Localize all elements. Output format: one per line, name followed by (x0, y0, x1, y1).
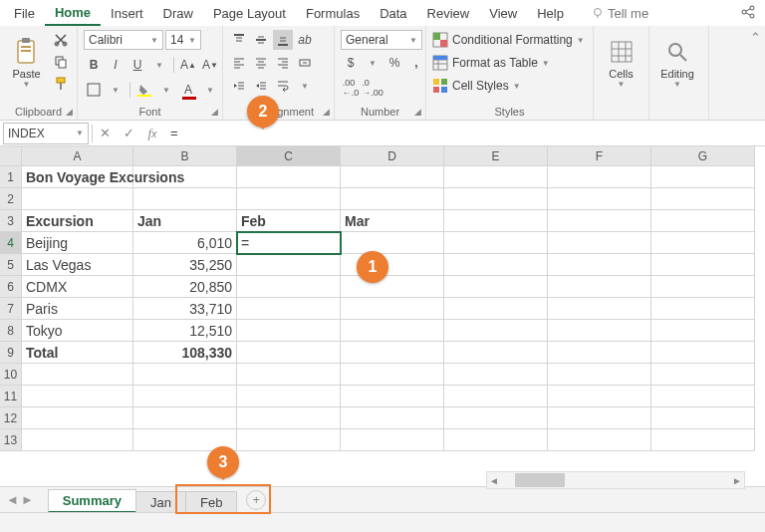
alignment-dialog-launcher[interactable]: ◢ (320, 106, 332, 118)
cancel-formula-button[interactable]: ✕ (93, 123, 117, 144)
cell-A11[interactable] (22, 386, 133, 407)
cell-G1[interactable] (651, 166, 755, 188)
borders-dropdown[interactable]: ▼ (106, 80, 126, 100)
font-size-combo[interactable]: 14▼ (165, 30, 201, 50)
cell-A1[interactable]: Bon Voyage Excursions (22, 166, 133, 188)
cell-F5[interactable] (548, 254, 651, 276)
spreadsheet-grid[interactable]: ABCDEFG 1Bon Voyage Excursions23Excursio… (0, 146, 765, 451)
percent-button[interactable]: % (384, 53, 404, 73)
cell-B11[interactable] (133, 386, 237, 407)
cell-G13[interactable] (651, 429, 755, 451)
cell-D7[interactable] (341, 298, 444, 320)
row-header-3[interactable]: 3 (0, 210, 22, 232)
menu-insert[interactable]: Insert (101, 2, 153, 25)
number-format-combo[interactable]: General▼ (341, 30, 422, 50)
shrink-font-button[interactable]: A▼ (200, 55, 220, 75)
cell-B9[interactable]: 108,330 (133, 342, 237, 364)
cell-F9[interactable] (548, 342, 651, 364)
cell-A9[interactable]: Total (22, 342, 133, 364)
underline-button[interactable]: U (128, 55, 147, 75)
decrease-indent-button[interactable] (229, 76, 249, 96)
menu-review[interactable]: Review (417, 2, 480, 25)
cell-G11[interactable] (651, 386, 755, 407)
cell-C4[interactable]: = (237, 232, 341, 254)
cell-C2[interactable] (237, 188, 341, 210)
cell-E5[interactable] (444, 254, 548, 276)
row-header-11[interactable]: 11 (0, 386, 22, 407)
cell-G5[interactable] (651, 254, 755, 276)
fill-color-dropdown[interactable]: ▼ (156, 80, 176, 100)
cell-G10[interactable] (651, 364, 755, 386)
cells-button[interactable]: Cells▼ (600, 30, 642, 96)
row-header-10[interactable]: 10 (0, 364, 22, 386)
cell-B4[interactable]: 6,010 (133, 232, 237, 254)
currency-dropdown[interactable]: ▼ (363, 53, 382, 73)
cell-B1[interactable] (133, 166, 237, 188)
cell-D12[interactable] (341, 407, 444, 429)
cell-C8[interactable] (237, 320, 341, 342)
cell-C5[interactable] (237, 254, 341, 276)
sheet-tab-jan[interactable]: Jan (135, 491, 186, 513)
sheet-tab-feb[interactable]: Feb (185, 491, 237, 513)
cell-F12[interactable] (548, 407, 651, 429)
menu-file[interactable]: File (4, 2, 45, 25)
cell-G8[interactable] (651, 320, 755, 342)
cell-E9[interactable] (444, 342, 548, 364)
row-header-8[interactable]: 8 (0, 320, 22, 342)
conditional-formatting-button[interactable]: Conditional Formatting▼ (432, 30, 585, 50)
align-center-button[interactable] (251, 53, 271, 73)
enter-formula-button[interactable]: ✓ (117, 123, 140, 144)
cell-B5[interactable]: 35,250 (133, 254, 237, 276)
column-header-D[interactable]: D (341, 146, 444, 166)
column-header-G[interactable]: G (651, 146, 755, 166)
cell-F6[interactable] (548, 276, 651, 298)
column-header-E[interactable]: E (444, 146, 548, 166)
column-header-A[interactable]: A (22, 146, 133, 166)
menu-view[interactable]: View (479, 2, 527, 25)
cell-D9[interactable] (341, 342, 444, 364)
new-sheet-button[interactable]: + (246, 490, 266, 510)
tell-me-search[interactable]: Tell me (582, 2, 658, 25)
cell-B2[interactable] (133, 188, 237, 210)
menu-home[interactable]: Home (45, 1, 101, 26)
cell-F2[interactable] (548, 188, 651, 210)
row-header-5[interactable]: 5 (0, 254, 22, 276)
cell-F7[interactable] (548, 298, 651, 320)
cell-A12[interactable] (22, 407, 133, 429)
paste-button[interactable]: Paste ▼ (6, 30, 47, 96)
cell-E6[interactable] (444, 276, 548, 298)
cell-D8[interactable] (341, 320, 444, 342)
cell-D11[interactable] (341, 386, 444, 407)
increase-indent-button[interactable] (251, 76, 271, 96)
cell-B3[interactable]: Jan (133, 210, 237, 232)
cell-C13[interactable] (237, 429, 341, 451)
cell-D10[interactable] (341, 364, 444, 386)
share-button[interactable] (735, 1, 761, 26)
cell-A10[interactable] (22, 364, 133, 386)
align-middle-button[interactable] (251, 30, 271, 50)
cell-G2[interactable] (651, 188, 755, 210)
menu-page-layout[interactable]: Page Layout (203, 2, 296, 25)
cell-E4[interactable] (444, 232, 548, 254)
row-header-4[interactable]: 4 (0, 232, 22, 254)
cut-button[interactable] (51, 30, 71, 50)
menu-draw[interactable]: Draw (153, 2, 203, 25)
orientation-button[interactable]: ab (295, 30, 315, 50)
cell-F13[interactable] (548, 429, 651, 451)
row-header-2[interactable]: 2 (0, 188, 22, 210)
merge-button[interactable] (295, 53, 315, 73)
menu-help[interactable]: Help (527, 2, 574, 25)
cell-styles-button[interactable]: Cell Styles▼ (432, 76, 521, 96)
cell-F4[interactable] (548, 232, 651, 254)
cell-F3[interactable] (548, 210, 651, 232)
copy-button[interactable] (51, 52, 71, 72)
cell-G6[interactable] (651, 276, 755, 298)
comma-button[interactable]: , (406, 53, 426, 73)
align-bottom-button[interactable] (273, 30, 293, 50)
cell-C3[interactable]: Feb (237, 210, 341, 232)
insert-function-button[interactable]: fx (140, 123, 164, 144)
cell-A8[interactable]: Tokyo (22, 320, 133, 342)
align-left-button[interactable] (229, 53, 249, 73)
editing-button[interactable]: Editing▼ (655, 30, 699, 96)
row-header-9[interactable]: 9 (0, 342, 22, 364)
